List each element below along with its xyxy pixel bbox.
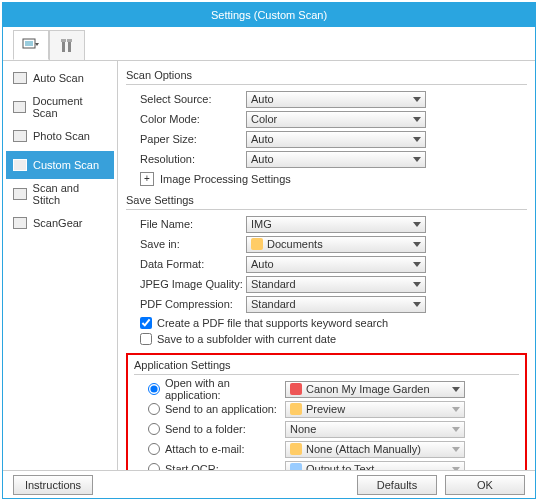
data-format-dropdown[interactable]: Auto [246,256,426,273]
scangear-icon [13,217,27,229]
resolution-dropdown[interactable]: Auto [246,151,426,168]
folder-icon [251,238,263,250]
save-in-label: Save in: [126,238,246,250]
photo-scan-icon [13,130,27,142]
svg-rect-1 [25,41,33,46]
paper-size-dropdown[interactable]: Auto [246,131,426,148]
document-scan-icon [13,101,26,113]
color-mode-label: Color Mode: [126,113,246,125]
save-in-dropdown[interactable]: Documents [246,236,426,253]
image-processing-settings-label: Image Processing Settings [160,173,291,185]
window-title: Settings (Custom Scan) [3,3,535,27]
send-to-application-dropdown[interactable]: Preview [285,401,465,418]
open-with-application-label: Open with an application: [165,377,285,401]
resolution-label: Resolution: [126,153,246,165]
pdf-compression-dropdown[interactable]: Standard [246,296,426,313]
data-format-label: Data Format: [126,258,246,270]
pdf-keyword-search-checkbox[interactable] [140,317,152,329]
auto-scan-icon [13,72,27,84]
file-name-label: File Name: [126,218,246,230]
svg-rect-5 [67,39,72,42]
pdf-compression-label: PDF Compression: [126,298,246,310]
sidebar-item-scangear[interactable]: ScanGear [6,209,114,237]
start-ocr-dropdown[interactable]: Output to Text [285,461,465,471]
open-with-application-radio[interactable] [148,383,160,395]
ribbon-tabs [3,27,535,61]
sidebar-item-label: ScanGear [33,217,83,229]
open-with-application-dropdown[interactable]: Canon My Image Garden [285,381,465,398]
tab-tools[interactable] [49,30,85,60]
expand-image-processing-button[interactable]: + [140,172,154,186]
sidebar-item-label: Photo Scan [33,130,90,142]
preview-icon [290,403,302,415]
attach-to-email-label: Attach to e-mail: [165,443,285,455]
send-to-folder-label: Send to a folder: [165,423,285,435]
sidebar-item-label: Custom Scan [33,159,99,171]
instructions-button[interactable]: Instructions [13,475,93,495]
sidebar-item-label: Scan and Stitch [33,182,107,206]
application-settings-heading: Application Settings [134,359,519,371]
output-to-text-icon [290,463,302,470]
save-settings-heading: Save Settings [126,194,527,206]
svg-rect-4 [61,39,66,42]
scan-options-heading: Scan Options [126,69,527,81]
custom-scan-icon [13,159,27,171]
jpeg-quality-dropdown[interactable]: Standard [246,276,426,293]
send-to-application-label: Send to an application: [165,403,285,415]
email-icon [290,443,302,455]
jpeg-quality-label: JPEG Image Quality: [126,278,246,290]
send-to-application-radio[interactable] [148,403,160,415]
select-source-dropdown[interactable]: Auto [246,91,426,108]
defaults-button[interactable]: Defaults [357,475,437,495]
scan-and-stitch-icon [13,188,27,200]
sidebar-item-auto-scan[interactable]: Auto Scan [6,64,114,92]
sidebar-item-document-scan[interactable]: Document Scan [6,93,114,121]
sidebar-item-label: Document Scan [32,95,107,119]
attach-to-email-dropdown[interactable]: None (Attach Manually) [285,441,465,458]
select-source-label: Select Source: [126,93,246,105]
ok-button[interactable]: OK [445,475,525,495]
tab-scan-from-computer[interactable] [13,30,49,60]
my-image-garden-icon [290,383,302,395]
send-to-folder-radio[interactable] [148,423,160,435]
start-ocr-label: Start OCR: [165,463,285,470]
pdf-keyword-search-label: Create a PDF file that supports keyword … [157,317,388,329]
color-mode-dropdown[interactable]: Color [246,111,426,128]
attach-to-email-radio[interactable] [148,443,160,455]
subfolder-date-label: Save to a subfolder with current date [157,333,336,345]
sidebar-item-scan-and-stitch[interactable]: Scan and Stitch [6,180,114,208]
sidebar-item-photo-scan[interactable]: Photo Scan [6,122,114,150]
file-name-dropdown[interactable]: IMG [246,216,426,233]
application-settings-highlight: Application Settings Open with an applic… [126,353,527,470]
sidebar-item-custom-scan[interactable]: Custom Scan [6,151,114,179]
sidebar-item-label: Auto Scan [33,72,84,84]
start-ocr-radio[interactable] [148,463,160,470]
subfolder-date-checkbox[interactable] [140,333,152,345]
send-to-folder-dropdown[interactable]: None [285,421,465,438]
paper-size-label: Paper Size: [126,133,246,145]
